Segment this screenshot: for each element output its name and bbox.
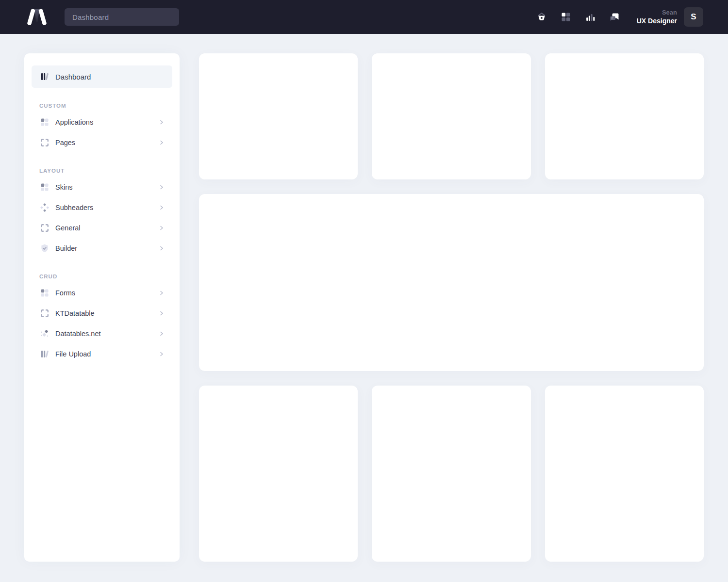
header-search-value: Dashboard — [72, 13, 109, 21]
top-header: Dashboard — [0, 0, 728, 34]
chevron-right-icon — [159, 184, 165, 190]
sidebar-item-skins[interactable]: Skins — [32, 177, 172, 197]
grid-2x2-icon — [40, 182, 50, 192]
header-actions: Sean UX Designer S — [527, 7, 703, 27]
bar-chart-icon — [584, 11, 596, 23]
sidebar-item-subheaders[interactable]: Subheaders — [32, 197, 172, 218]
sidebar-item-pages[interactable]: Pages — [32, 132, 172, 153]
chevron-right-icon — [159, 245, 165, 251]
basket-icon — [536, 11, 547, 23]
chevron-right-icon — [159, 331, 165, 337]
sidebar-section-custom: CUSTOM Applications — [32, 99, 172, 153]
sidebar-item-ktdatatable[interactable]: KTDatatable — [32, 303, 172, 323]
frame-corners-icon — [40, 223, 50, 233]
basket-button[interactable] — [532, 7, 551, 27]
chevron-right-icon — [159, 310, 165, 316]
empty-card-wide — [199, 194, 704, 371]
bars-slant-icon — [40, 349, 50, 359]
sidebar-item-builder[interactable]: Builder — [32, 238, 172, 259]
shield-check-icon — [40, 243, 50, 253]
empty-card — [199, 53, 358, 179]
sidebar-item-label: KTDatatable — [55, 309, 95, 317]
empty-card — [372, 53, 530, 179]
section-label: CUSTOM — [32, 99, 172, 112]
sidebar-item-label: Builder — [55, 244, 77, 252]
sidebar-section-layout: LAYOUT Skins — [32, 164, 172, 259]
sidebar-item-label: Datatables.net — [55, 330, 101, 338]
user-avatar[interactable]: S — [684, 7, 703, 27]
sidebar-item-datatables-net[interactable]: Datatables.net — [32, 323, 172, 344]
section-label: LAYOUT — [32, 164, 172, 177]
frame-corners-icon — [40, 138, 50, 147]
chevron-right-icon — [159, 290, 165, 296]
chevron-right-icon — [159, 225, 165, 231]
chevron-right-icon — [159, 140, 165, 146]
chevron-right-icon — [159, 119, 165, 125]
empty-card — [372, 386, 530, 562]
cards-row-bottom — [199, 386, 704, 562]
header-search-field[interactable]: Dashboard — [65, 8, 179, 26]
sidebar-item-label: Skins — [55, 183, 72, 191]
section-label: CRUD — [32, 270, 172, 283]
page-body: Dashboard CUSTOM Applications — [0, 34, 728, 582]
quick-panel-button[interactable] — [556, 7, 576, 27]
sidebar-item-applications[interactable]: Applications — [32, 112, 172, 132]
empty-card — [545, 53, 704, 179]
sidebar-item-general[interactable]: General — [32, 218, 172, 238]
sidebar-item-label: General — [55, 224, 81, 232]
grid-icon — [560, 11, 572, 23]
chevron-right-icon — [159, 205, 165, 210]
sidebar: Dashboard CUSTOM Applications — [24, 53, 180, 562]
user-name: Sean — [637, 8, 677, 17]
app-logo-icon[interactable] — [27, 7, 47, 27]
books-icon — [40, 72, 50, 81]
sidebar-item-label: File Upload — [55, 350, 91, 358]
frame-corners-icon — [40, 308, 50, 318]
sidebar-item-label: Forms — [55, 289, 75, 297]
empty-card — [199, 386, 358, 562]
chat-button[interactable] — [605, 7, 624, 27]
sidebar-item-label: Dashboard — [55, 73, 91, 81]
avatar-initial: S — [691, 12, 696, 22]
sidebar-item-label: Subheaders — [55, 204, 93, 211]
grid-2x2-icon — [40, 117, 50, 127]
main-content — [199, 53, 704, 562]
chat-icon — [609, 11, 620, 23]
diamonds-icon — [40, 203, 50, 212]
sidebar-item-label: Pages — [55, 139, 75, 146]
user-role: UX Designer — [637, 16, 677, 26]
user-info[interactable]: Sean UX Designer — [637, 8, 677, 26]
sidebar-item-forms[interactable]: Forms — [32, 283, 172, 303]
sidebar-section-crud: CRUD Forms — [32, 270, 172, 364]
chevron-right-icon — [159, 351, 165, 357]
sidebar-item-label: Applications — [55, 118, 93, 126]
sidebar-item-file-upload[interactable]: File Upload — [32, 344, 172, 364]
sidebar-item-dashboard[interactable]: Dashboard — [32, 65, 172, 88]
empty-card — [545, 386, 704, 562]
cards-row-top — [199, 53, 704, 179]
grid-2x2-icon — [40, 288, 50, 298]
stats-button[interactable] — [580, 7, 600, 27]
scatter-diamond-icon — [40, 329, 50, 339]
